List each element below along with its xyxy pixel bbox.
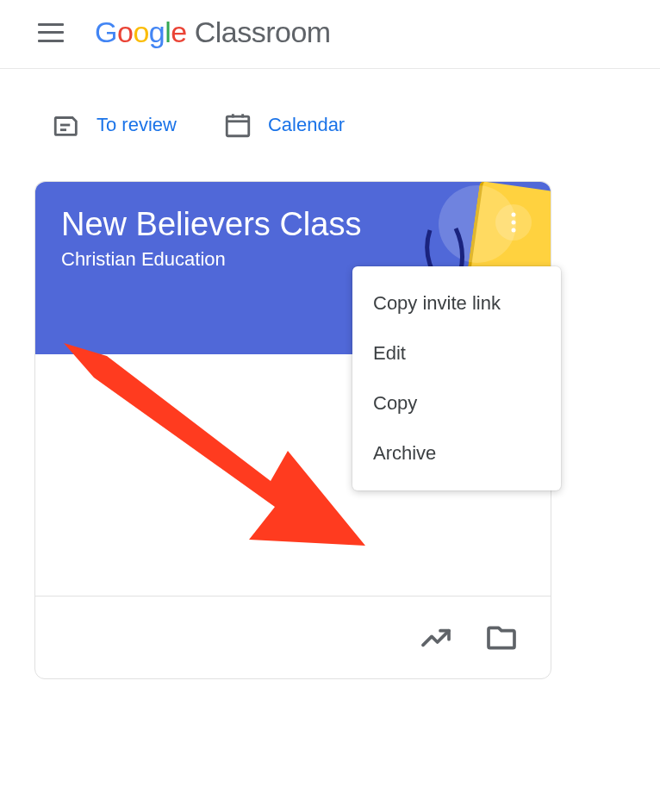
trending-icon[interactable] [418,620,454,656]
calendar-link[interactable]: Calendar [223,110,345,140]
class-card-footer [35,596,551,678]
menu-edit[interactable]: Edit [352,328,561,378]
app-header: Google Classroom [0,0,660,69]
more-vertical-icon [511,212,516,233]
to-review-link[interactable]: To review [52,110,177,140]
svg-point-9 [512,221,516,225]
class-more-button[interactable] [495,204,532,240]
google-classroom-logo: Google Classroom [95,16,331,49]
review-icon [52,110,81,140]
hamburger-menu-icon[interactable] [38,20,64,46]
menu-archive[interactable]: Archive [352,428,561,478]
class-card[interactable]: New Believers Class Christian Education … [34,181,551,679]
to-review-label: To review [97,114,177,136]
menu-copy-invite-link[interactable]: Copy invite link [352,278,561,328]
quick-actions-row: To review Calendar [0,69,660,171]
class-options-menu: Copy invite link Edit Copy Archive [352,266,561,490]
svg-point-10 [512,228,516,233]
calendar-icon [223,110,252,140]
calendar-label: Calendar [268,114,345,136]
menu-copy[interactable]: Copy [352,378,561,428]
svg-rect-2 [227,116,249,136]
svg-point-8 [512,213,516,217]
folder-icon[interactable] [483,620,520,656]
product-name: Classroom [187,16,331,48]
